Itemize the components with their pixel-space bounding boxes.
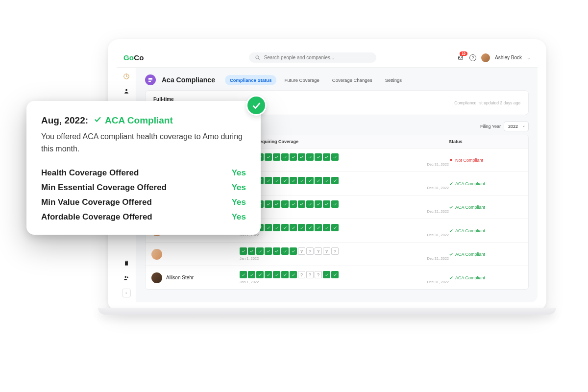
month-box[interactable] [248, 271, 255, 278]
month-box[interactable] [306, 200, 314, 208]
page-header: Aca Compliance Compliance StatusFuture C… [145, 74, 529, 85]
month-box[interactable] [265, 224, 272, 231]
popover-row: Min Value Coverage OfferedYes [41, 197, 246, 207]
month-box[interactable] [331, 271, 339, 278]
month-box[interactable] [323, 200, 330, 208]
month-box[interactable] [290, 177, 297, 184]
filing-year-select[interactable]: 2022 [504, 122, 529, 131]
month-box[interactable]: ? [315, 271, 322, 278]
table-row[interactable]: ?????Jan 1, 2022Dec 31, 2022ACA Complian… [146, 243, 528, 266]
tab-compliance-status[interactable]: Compliance Status [225, 75, 277, 85]
month-box[interactable] [290, 224, 297, 231]
month-box[interactable] [306, 224, 314, 231]
month-box[interactable] [273, 200, 280, 208]
tab-future-coverage[interactable]: Future Coverage [279, 75, 324, 85]
month-box[interactable] [298, 177, 305, 184]
tab-settings[interactable]: Settings [380, 75, 407, 85]
month-box[interactable] [281, 271, 289, 278]
month-box[interactable] [265, 153, 272, 161]
month-box[interactable] [290, 153, 297, 161]
month-box[interactable] [331, 224, 339, 231]
month-box[interactable] [298, 153, 305, 161]
page-title: Aca Compliance [162, 76, 215, 84]
help-button[interactable]: ? [469, 54, 476, 61]
tab-coverage-changes[interactable]: Coverage Changes [327, 75, 377, 85]
month-box[interactable] [315, 224, 322, 231]
topbar-right: 10 ? Ashley Bock ⌄ [457, 53, 531, 62]
banner-updated: Compliance list updated 2 days ago [454, 100, 520, 105]
range-end: Dec 31, 2022 [427, 209, 449, 214]
filing-year-filter: Filing Year 2022 [480, 122, 529, 131]
month-box[interactable]: ? [306, 247, 314, 255]
month-box[interactable] [290, 200, 297, 208]
month-box[interactable] [298, 224, 305, 231]
global-search-input[interactable] [264, 55, 370, 60]
month-box[interactable]: ? [298, 247, 305, 255]
filing-year-label: Filing Year [480, 124, 501, 129]
months-cell: ???Jan 1, 2022Dec 31, 2022 [240, 271, 449, 284]
month-box[interactable] [298, 200, 305, 208]
month-box[interactable] [331, 177, 339, 184]
month-box[interactable]: ? [306, 271, 314, 278]
month-box[interactable] [315, 177, 322, 184]
month-box[interactable] [323, 224, 330, 231]
month-box[interactable] [240, 271, 247, 278]
month-box[interactable] [265, 247, 272, 255]
notification-badge: 10 [460, 51, 467, 56]
svg-point-0 [255, 56, 258, 59]
month-box[interactable] [281, 177, 289, 184]
month-box[interactable] [290, 271, 297, 278]
notifications-button[interactable]: 10 [457, 54, 465, 61]
table-row[interactable]: Allison Stehr???Jan 1, 2022Dec 31, 2022A… [146, 266, 528, 289]
month-box[interactable] [248, 247, 255, 255]
month-box[interactable] [323, 271, 330, 278]
month-box[interactable] [256, 247, 264, 255]
global-search[interactable] [249, 52, 376, 63]
month-box[interactable] [290, 247, 297, 255]
month-box[interactable] [265, 271, 272, 278]
member-cell [151, 249, 240, 260]
month-box[interactable]: ? [298, 271, 305, 278]
month-box[interactable] [273, 247, 280, 255]
month-box[interactable] [256, 271, 264, 278]
range-end: Dec 31, 2022 [427, 280, 449, 284]
month-box[interactable]: ? [331, 247, 339, 255]
sidebar-item-overwatch[interactable] [122, 73, 130, 80]
month-box[interactable]: ? [315, 247, 322, 255]
sidebar-item-person[interactable] [122, 87, 130, 95]
month-box[interactable] [306, 177, 314, 184]
month-box[interactable] [281, 247, 289, 255]
range-start: Jan 1, 2022 [240, 256, 259, 261]
svg-rect-11 [126, 262, 127, 262]
brand-logo-b: Co [134, 53, 144, 62]
month-box[interactable] [281, 224, 289, 231]
month-box[interactable]: ? [323, 247, 330, 255]
month-box[interactable] [315, 153, 322, 161]
user-avatar[interactable] [481, 53, 490, 62]
month-box[interactable] [265, 200, 272, 208]
month-box[interactable] [323, 153, 330, 161]
svg-rect-10 [125, 262, 126, 262]
month-box[interactable] [273, 177, 280, 184]
month-box[interactable] [281, 153, 289, 161]
month-box[interactable] [315, 200, 322, 208]
month-box[interactable] [273, 271, 280, 278]
month-box[interactable] [281, 200, 289, 208]
month-box[interactable] [240, 247, 247, 255]
svg-point-13 [126, 276, 128, 278]
month-box[interactable] [273, 153, 280, 161]
month-box[interactable] [273, 224, 280, 231]
month-box[interactable] [331, 200, 339, 208]
month-box[interactable] [306, 153, 314, 161]
month-box[interactable] [265, 177, 272, 184]
user-menu-chevron-icon[interactable]: ⌄ [527, 55, 531, 60]
sidebar-item-people[interactable] [122, 274, 130, 282]
popover-row-value: Yes [232, 168, 246, 178]
months-cell: Jan 1, 2022Dec 31, 2022 [240, 177, 449, 190]
range-end: Dec 31, 2022 [427, 233, 449, 237]
brand-logo[interactable]: GoCo [123, 53, 144, 62]
sidebar-expand-button[interactable]: › [122, 289, 131, 297]
month-box[interactable] [331, 153, 339, 161]
sidebar-item-building-2[interactable] [122, 259, 130, 267]
month-box[interactable] [323, 177, 330, 184]
